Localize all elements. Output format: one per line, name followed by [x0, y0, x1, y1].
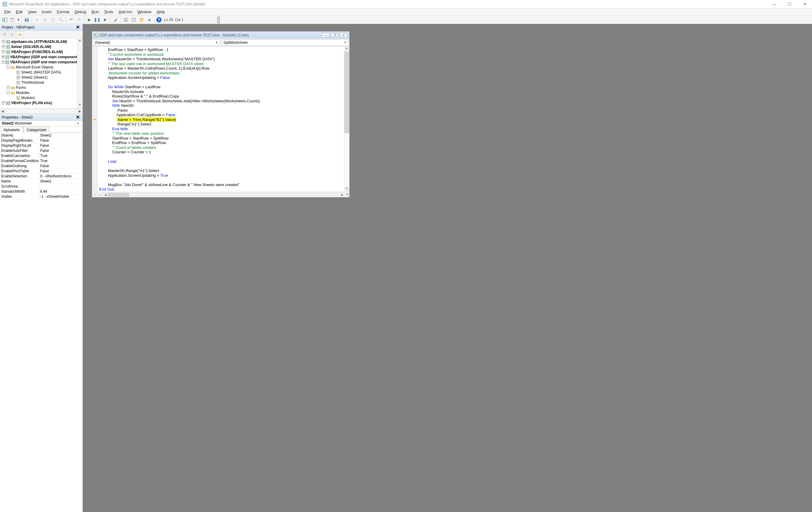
tree-node[interactable]: −Modules [0, 90, 83, 95]
properties-grid[interactable]: (Name)Sheet2DisplayPageBreaksFalseDispla… [0, 133, 83, 512]
code-close-button[interactable]: ✕ [340, 33, 348, 37]
tree-node[interactable]: Module1 [0, 95, 83, 100]
property-row[interactable]: EnableAutoFilterFalse [0, 148, 83, 153]
full-module-view-icon[interactable]: ▭ [97, 192, 103, 197]
expander-icon[interactable]: + [2, 55, 4, 58]
menu-help[interactable]: Help [154, 9, 167, 15]
property-value[interactable]: False [39, 138, 83, 143]
expander-icon[interactable]: + [2, 40, 5, 43]
undo-icon[interactable]: ↶ [67, 17, 75, 23]
property-value[interactable]: False [39, 164, 83, 168]
property-row[interactable]: Visible-1 - xlSheetVisible [0, 194, 83, 199]
procedure-view-icon[interactable]: ≡ [92, 192, 97, 197]
redo-icon[interactable]: ↷ [75, 17, 83, 23]
tab-alphabetic[interactable]: Alphabetic [0, 127, 23, 133]
reset-icon[interactable]: ■ [102, 17, 109, 23]
close-button[interactable]: ✕ [801, 2, 810, 7]
tab-categorized[interactable]: Categorized [23, 127, 50, 133]
property-value[interactable]: Sheet1 [39, 179, 83, 184]
view-excel-icon[interactable] [1, 17, 8, 23]
code-gutter[interactable]: ➔ [92, 47, 97, 192]
properties-panel-close-icon[interactable]: ✕ [75, 114, 81, 120]
property-row[interactable]: DisplayRightToLeftFalse [0, 143, 83, 148]
property-row[interactable]: EnableFormatConditionsCTrue [0, 159, 83, 164]
expander-icon[interactable]: − [7, 65, 10, 69]
property-value[interactable]: -1 - xlSheetVisible [39, 194, 83, 199]
tree-node[interactable]: +atpvbaen.xls (ATPVBAEN.XLAM) [0, 39, 83, 44]
tree-node[interactable]: +VBAProject (GDP and main component [0, 54, 83, 59]
property-value[interactable]: True [39, 153, 83, 158]
expander-icon[interactable]: + [2, 50, 5, 53]
property-row[interactable]: EnablePivotTableFalse [0, 169, 83, 174]
property-row[interactable]: EnableSelection0 - xlNoRestrictions [0, 174, 83, 179]
project-tree[interactable]: +atpvbaen.xls (ATPVBAEN.XLAM)+Solver (SO… [0, 38, 83, 108]
code-minimize-button[interactable]: — [322, 33, 329, 37]
tree-node[interactable]: +Solver (SOLVER.XLAM) [0, 44, 83, 49]
code-hscrollbar[interactable]: ◀ ▶ [103, 192, 345, 197]
tree-node[interactable]: −VBAProject (GDP and main component [0, 59, 83, 64]
code-window-titlebar[interactable]: GDP and main components output^LLJ expen… [92, 31, 349, 39]
tree-node[interactable]: +Forms [0, 85, 83, 90]
project-explorer-icon[interactable] [122, 17, 129, 23]
maximize-button[interactable]: ☐ [785, 2, 794, 7]
code-editor[interactable]: EndRow = StartRow + SplitRow - 1 '''Curr… [97, 47, 344, 192]
menu-tools[interactable]: Tools [102, 9, 115, 15]
run-icon[interactable]: ▶ [86, 17, 93, 23]
break-icon[interactable]: ❚❚ [93, 17, 101, 23]
object-browser-icon[interactable] [138, 17, 145, 23]
property-value[interactable]: 8.44 [39, 189, 83, 194]
menu-format[interactable]: Format [55, 9, 72, 15]
cut-icon[interactable]: ✂ [34, 17, 41, 23]
tree-node[interactable]: ThisWorkbook [0, 80, 83, 85]
procedure-dropdown[interactable]: SplitWorksheet ▼ [221, 39, 349, 46]
dropdown-arrow-icon[interactable]: ▾ [17, 17, 20, 23]
property-value[interactable]: False [39, 169, 83, 173]
property-row[interactable]: EnableOutliningFalse [0, 164, 83, 169]
save-icon[interactable] [23, 17, 30, 23]
view-object-icon[interactable] [9, 31, 16, 37]
expander-icon[interactable]: + [2, 101, 5, 104]
paste-icon[interactable]: 📋 [49, 17, 56, 23]
menu-add-ins[interactable]: Add-Ins [116, 9, 135, 15]
minimize-button[interactable]: — [770, 2, 778, 7]
menu-insert[interactable]: Insert [39, 9, 54, 15]
property-row[interactable]: EnableCalculationTrue [0, 153, 83, 159]
tree-node[interactable]: +VBAProject (FUNCRES.XLAM) [0, 49, 83, 54]
resize-grip-icon[interactable]: ◢ [345, 192, 349, 197]
property-value[interactable]: 0 - xlNoRestrictions [39, 174, 83, 179]
tree-vscrollbar[interactable]: ▲▼ [77, 38, 83, 108]
project-panel-close-icon[interactable]: ✕ [75, 24, 81, 30]
expander-icon[interactable]: + [2, 45, 5, 48]
menu-view[interactable]: View [26, 9, 39, 15]
properties-object-selector[interactable]: Sheet2 Worksheet ▼ [0, 120, 83, 126]
find-icon[interactable]: 🔍 [57, 17, 64, 23]
toolbox-icon[interactable] [146, 17, 153, 23]
copy-icon[interactable]: ⧉ [41, 17, 49, 23]
dropdown-arrow-icon[interactable]: ▼ [75, 121, 81, 126]
property-value[interactable]: False [39, 148, 83, 153]
property-value[interactable]: Sheet2 [39, 133, 83, 138]
property-row[interactable]: ScrollArea [0, 184, 83, 189]
menu-run[interactable]: Run [89, 9, 101, 15]
property-value[interactable]: True [39, 159, 83, 163]
toolbar-drag-handle[interactable] [218, 17, 220, 23]
view-code-icon[interactable] [1, 31, 8, 37]
menu-edit[interactable]: Edit [13, 9, 25, 15]
design-mode-icon[interactable] [112, 17, 119, 23]
expander-icon[interactable]: + [7, 86, 10, 89]
toggle-folders-icon[interactable] [17, 31, 23, 37]
property-row[interactable]: StandardWidth8.44 [0, 189, 83, 194]
tree-node[interactable]: Sheet2 (Sheet1) [0, 75, 83, 80]
property-value[interactable]: False [39, 143, 83, 148]
properties-window-icon[interactable] [130, 17, 137, 23]
insert-dropdown-icon[interactable] [9, 17, 16, 23]
expander-icon[interactable]: − [2, 60, 4, 64]
property-row[interactable]: NameSheet1 [0, 179, 83, 184]
menu-debug[interactable]: Debug [72, 9, 88, 15]
property-row[interactable]: (Name)Sheet2 [0, 133, 83, 138]
tree-node[interactable]: +VBAProject (PLAN.xlsx) [0, 100, 83, 105]
expander-icon[interactable]: − [7, 91, 10, 94]
tree-node[interactable]: −Microsoft Excel Objects [0, 64, 83, 70]
object-dropdown[interactable]: (General) ▼ [93, 39, 220, 46]
tree-node[interactable]: Sheet1 (MASTER DATA) [0, 70, 83, 75]
